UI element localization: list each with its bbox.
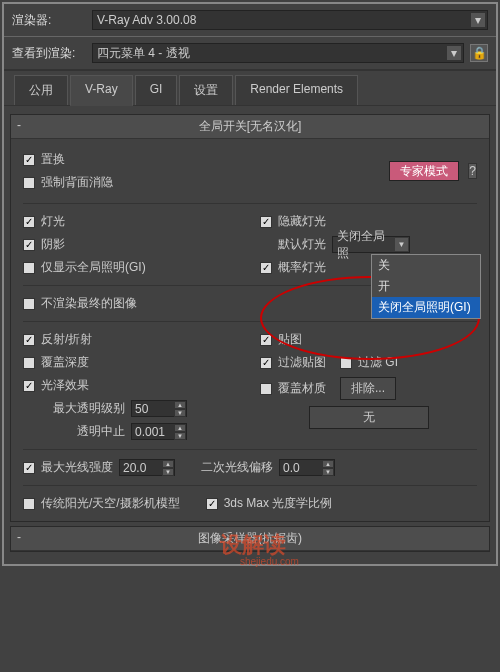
legacy-label: 传统阳光/天空/摄影机模型 [41,495,180,512]
no-render-final-checkbox[interactable] [23,298,35,310]
override-depth-checkbox[interactable] [23,357,35,369]
chevron-down-icon: ▾ [447,46,461,60]
tabs: 公用 V-Ray GI 设置 Render Elements [4,71,496,106]
dropdown-option-selected[interactable]: 关闭全局照明(GI) [372,297,480,318]
filter-maps-checkbox[interactable] [260,357,272,369]
filter-gi-checkbox[interactable] [340,357,352,369]
shadows-checkbox[interactable] [23,239,35,251]
displacement-checkbox[interactable] [23,154,35,166]
chevron-down-icon: ▼ [395,238,408,251]
max-ray-label: 最大光线强度 [41,459,113,476]
spin-down-icon[interactable]: ▼ [162,468,174,476]
prob-lights-label: 概率灯光 [278,259,326,276]
sec-ray-input[interactable] [280,460,322,475]
spin-up-icon[interactable]: ▲ [322,460,334,468]
max-ray-spinner[interactable]: ▲▼ [119,459,175,476]
max-photometric-label: 3ds Max 光度学比例 [224,495,333,512]
maps-checkbox[interactable] [260,334,272,346]
rollout-header-global[interactable]: - 全局开关[无名汉化] [11,115,489,139]
expert-mode-button[interactable]: 专家模式 [389,161,459,181]
displacement-label: 置换 [41,151,65,168]
glossy-checkbox[interactable] [23,380,35,392]
sec-ray-spinner[interactable]: ▲▼ [279,459,335,476]
prob-lights-checkbox[interactable] [260,262,272,274]
lock-icon[interactable]: 🔒 [470,44,488,62]
override-mtl-label: 覆盖材质 [278,380,326,397]
hidden-lights-checkbox[interactable] [260,216,272,228]
view-label: 查看到渲染: [12,45,92,62]
legacy-checkbox[interactable] [23,498,35,510]
reflect-refract-checkbox[interactable] [23,334,35,346]
max-transp-spinner[interactable]: ▲▼ [131,400,187,417]
view-dropdown[interactable]: 四元菜单 4 - 透视 ▾ [92,43,464,63]
lights-label: 灯光 [41,213,65,230]
hidden-lights-label: 隐藏灯光 [278,213,326,230]
transp-cutoff-label: 透明中止 [77,423,125,440]
no-render-final-label: 不渲染最终的图像 [41,295,137,312]
default-lights-dropdown-open: 关 开 关闭全局照明(GI) [371,254,481,319]
reflect-refract-label: 反射/折射 [41,331,92,348]
show-gi-only-checkbox[interactable] [23,262,35,274]
sec-ray-label: 二次光线偏移 [201,459,273,476]
lights-checkbox[interactable] [23,216,35,228]
rollout-header-sampler[interactable]: - 图像采样器(抗锯齿) [11,527,489,551]
exclude-button[interactable]: 排除... [340,377,396,400]
rollout2-title: 图像采样器(抗锯齿) [198,531,302,545]
dropdown-option[interactable]: 开 [372,276,480,297]
spin-up-icon[interactable]: ▲ [174,424,186,432]
max-transp-label: 最大透明级别 [53,400,125,417]
renderer-label: 渲染器: [12,12,92,29]
chevron-down-icon: ▾ [471,13,485,27]
help-button[interactable]: ? [468,163,477,179]
spin-up-icon[interactable]: ▲ [162,460,174,468]
dropdown-option[interactable]: 关 [372,255,480,276]
glossy-label: 光泽效果 [41,377,89,394]
show-gi-only-label: 仅显示全局照明(GI) [41,259,146,276]
max-ray-checkbox[interactable] [23,462,35,474]
none-button[interactable]: 无 [309,406,429,429]
renderer-dropdown[interactable]: V-Ray Adv 3.00.08 ▾ [92,10,488,30]
maps-label: 贴图 [278,331,302,348]
tab-render-elements[interactable]: Render Elements [235,75,358,105]
tab-vray[interactable]: V-Ray [70,75,133,106]
default-lights-label: 默认灯光 [278,236,326,253]
default-lights-select[interactable]: 关闭全局照▼ [332,236,410,253]
force-backface-label: 强制背面消隐 [41,174,113,191]
shadows-label: 阴影 [41,236,65,253]
view-value: 四元菜单 4 - 透视 [97,45,190,62]
collapse-icon: - [17,118,21,132]
spin-up-icon[interactable]: ▲ [174,401,186,409]
filter-gi-label: 过滤 GI [358,354,398,371]
spin-down-icon[interactable]: ▼ [174,432,186,440]
override-mtl-checkbox[interactable] [260,383,272,395]
rollout-title: 全局开关[无名汉化] [199,119,302,133]
force-backface-checkbox[interactable] [23,177,35,189]
max-ray-input[interactable] [120,460,162,475]
max-photometric-checkbox[interactable] [206,498,218,510]
tab-gi[interactable]: GI [135,75,178,105]
tab-settings[interactable]: 设置 [179,75,233,105]
spin-down-icon[interactable]: ▼ [322,468,334,476]
filter-maps-label: 过滤贴图 [278,354,326,371]
transp-cutoff-input[interactable] [132,424,174,439]
collapse-icon: - [17,530,21,544]
spin-down-icon[interactable]: ▼ [174,409,186,417]
renderer-value: V-Ray Adv 3.00.08 [97,13,196,27]
override-depth-label: 覆盖深度 [41,354,89,371]
transp-cutoff-spinner[interactable]: ▲▼ [131,423,187,440]
max-transp-input[interactable] [132,401,174,416]
tab-common[interactable]: 公用 [14,75,68,105]
